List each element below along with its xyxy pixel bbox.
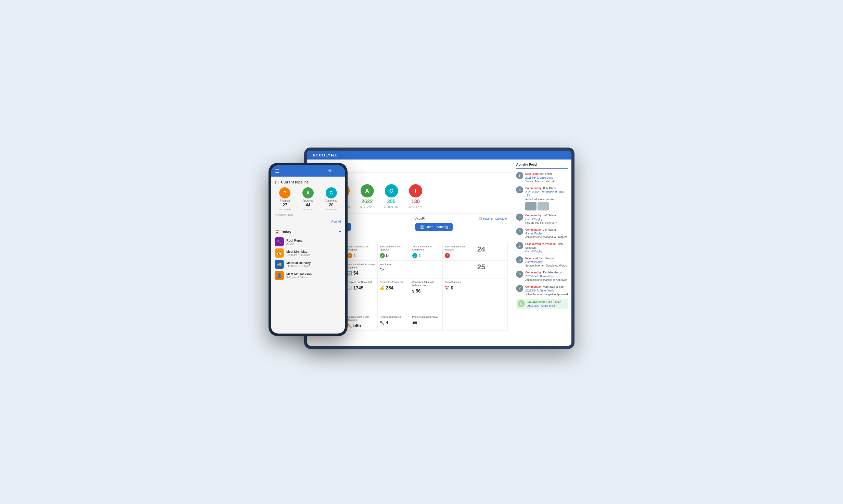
add-event-button[interactable]: +: [338, 229, 341, 235]
count-invoices: 1745: [353, 285, 364, 291]
feed-img-2: [538, 202, 549, 211]
today-name-4: Meet Mr. Jackson: [286, 272, 312, 276]
mobile: ☰ 🔍 ⋮ 📋 Current Pipeline P Prospect 27: [268, 163, 348, 336]
action-cell-jobs-completed[interactable]: Jobs Submitted for Completed C 1: [410, 243, 443, 261]
action-value-photos: 📷: [412, 320, 441, 325]
feed-link-7[interactable]: 2023-9848: Alonzo Esparza: [525, 275, 558, 278]
pencil-icon: ✏️: [347, 324, 352, 328]
hamburger-icon[interactable]: ☰: [275, 168, 279, 174]
feed-item-7: D Comment by: Danielle Mason 2023-9848: …: [516, 271, 568, 282]
action-cell-empty-r4-3: [377, 296, 410, 313]
mobile-count-completed: 20: [329, 203, 334, 208]
mobile-header-right: 🔍 ⋮: [328, 169, 341, 174]
action-cell-jobs-invoicing[interactable]: Jobs Submitted for Invoicing I: [443, 243, 475, 261]
feed-link-1[interactable]: 2023-9849: Ernie Davis: [525, 176, 553, 179]
feed-link-5[interactable]: Garrett Bagley: [525, 250, 543, 253]
count-cancelled: 56: [416, 288, 421, 294]
feed-link-8[interactable]: 2023-9847: Arthur Wells: [525, 289, 554, 292]
action-cell-empty-r4-4: [410, 296, 443, 313]
action-cell-measurement[interactable]: Measurement Order Requests ✏️ 565: [345, 313, 378, 331]
action-cell-empty-r4-6: [475, 296, 508, 313]
feed-avatar-4: J: [516, 228, 523, 235]
feed-type-9: Job Approved:: [527, 301, 546, 304]
more-icon[interactable]: ⋮: [337, 169, 341, 174]
today-item-1[interactable]: 🔨 Roof Repair All Day: [275, 237, 341, 246]
today-time-2: 10:00 am - 11:00 am: [286, 254, 310, 256]
pipeline-count-c: 355: [387, 198, 396, 204]
action-cell-25: 25: [475, 261, 508, 278]
action-value-invoices: 🧾 1745: [347, 285, 375, 291]
feed-type-2: Comment by:: [525, 186, 543, 190]
action-cell-empty-r2-4: [410, 261, 443, 278]
mobile-pipeline-completed[interactable]: C Completed 20 $6,859,997: [321, 187, 341, 211]
mobile-view-all[interactable]: View All: [275, 220, 341, 223]
action-cell-disputes[interactable]: Open Disputes 📅 0: [443, 278, 475, 296]
action-cell-cancelled[interactable]: Cancelled Jobs with Balance Due $ 56: [410, 278, 443, 296]
binoculars-icon: 🔭: [380, 268, 385, 272]
payment-calculator-link[interactable]: 🧮 Payment Calculator: [479, 217, 508, 220]
today-item-2[interactable]: 📅 Meet Mrs. May 10:00 am - 11:00 am: [275, 248, 341, 258]
action-value-measurement: ✏️ 565: [347, 323, 375, 328]
feed-item-2: B Comment by: Billy Albers 2022-9089: Ro…: [516, 186, 568, 211]
calendar-icon: 📅: [445, 286, 450, 290]
logo-icon: 🐾: [338, 152, 344, 158]
pipeline-item-invoicing[interactable]: I 130 $2,954,474: [408, 184, 423, 209]
today-icon-meet-jackson: 👤: [275, 271, 284, 280]
mobile-count-prospect: 27: [283, 203, 287, 208]
feed-link-6[interactable]: Garrett Bagley: [525, 260, 543, 264]
action-cell-payments[interactable]: Requested Payments 💰 254: [377, 278, 410, 296]
arrows-icon: 🔄: [347, 271, 352, 276]
action-cell-photos[interactable]: Photos Uploaded Today 📷: [410, 313, 443, 331]
today-name-2: Meet Mrs. May: [286, 250, 310, 254]
feed-item-8: V Comment by: Veronica Hanson 2023-9847:…: [516, 285, 568, 296]
action-label-jobs-approval: Jobs Submitted for Approval: [380, 245, 408, 251]
calc-icon: 🧮: [479, 217, 482, 220]
feed-link-2[interactable]: 2022-9089: Roof Repair at Suite 123: [525, 190, 564, 197]
mobile-body: 📋 Current Pipeline P Prospect 27 $8,221,…: [271, 177, 345, 334]
pipeline-circle-c: C: [385, 184, 398, 197]
pipeline-item-approved[interactable]: A 2622 $3,752,847: [360, 184, 374, 209]
offer-financing-button[interactable]: 🏦 Offer Financing: [415, 223, 453, 231]
today-time-1: All Day: [286, 242, 304, 245]
mobile-divider: [275, 226, 341, 226]
action-label-signatures: Pending Signatures: [380, 316, 408, 319]
mobile-pipeline-prospect[interactable]: P Prospect 27 $8,221,780: [275, 187, 295, 211]
logo-text: ACCULYNX: [312, 153, 337, 157]
badge-p: P: [347, 253, 352, 258]
feed-type-1: New Lead:: [525, 172, 539, 175]
action-value-prospect: P 1: [347, 253, 375, 258]
mobile-screen: ☰ 🔍 ⋮ 📋 Current Pipeline P Prospect 27: [271, 165, 345, 334]
feed-type-3: Comment by:: [525, 214, 543, 217]
count-disputes: 0: [451, 285, 453, 291]
pipeline-item-completed[interactable]: C 355 $6,859,997: [384, 184, 398, 209]
mobile-pipeline-approved[interactable]: A Approved 44 $3,752,847: [298, 187, 318, 211]
feed-link-9[interactable]: 2023-9847: Arthur Wells: [527, 304, 555, 307]
today-item-4[interactable]: 👤 Meet Mr. Jackson 3:00 pm - 4:00 pm: [275, 271, 341, 280]
action-cell-signatures[interactable]: Pending Signatures ✒️ 4: [377, 313, 410, 331]
action-value-signatures: ✒️ 4: [380, 320, 408, 325]
mobile-sub-prospect: $8,221,780: [279, 208, 291, 211]
feed-avatar-7: D: [516, 271, 523, 278]
mobile-label-completed: Completed: [325, 199, 337, 202]
activity-feed: Activity Feed B New Lead: Ben Smith 2023…: [513, 160, 572, 346]
action-label-watchlist: Watch List: [380, 263, 408, 266]
action-cell-watchlist[interactable]: Watch List 🔭: [377, 261, 410, 278]
action-cell-jobs-approval[interactable]: Jobs Submitted for Approval A 5: [377, 243, 410, 261]
action-value-jobs-completed: C 1: [412, 253, 441, 258]
search-icon[interactable]: 🔍: [328, 169, 333, 174]
count-payments: 254: [386, 285, 393, 291]
feed-item-1: B New Lead: Ben Smith 2023-9849: Ernie D…: [516, 172, 568, 183]
action-value-status-approval: 🔄 54: [347, 271, 375, 276]
pen-icon: ✒️: [380, 321, 385, 325]
feed-link-4[interactable]: Garrett Bagley: [525, 232, 543, 235]
feed-link-3[interactable]: Garrett Bagley: [525, 218, 543, 221]
action-cell-leads-prospect[interactable]: Leads Submitted as Prospect P 1: [345, 243, 378, 261]
action-cell-empty-r2-5: [443, 261, 475, 278]
action-cell-invoices[interactable]: Invoices Not Recorded 🧾 1745: [345, 278, 378, 296]
action-cell-status-approval[interactable]: Jobs Submitted for Status Approval 🔄 54: [345, 261, 378, 278]
action-label-photos: Photos Uploaded Today: [412, 316, 441, 319]
feed-type-5: Lead moved to Prospect:: [525, 242, 558, 245]
count-jobs-completed: 1: [419, 253, 421, 258]
today-item-3[interactable]: 🚚 Material Delivery 11:00 am - 12:00 pm: [275, 260, 341, 269]
action-cell-empty-r4-5: [443, 296, 475, 313]
